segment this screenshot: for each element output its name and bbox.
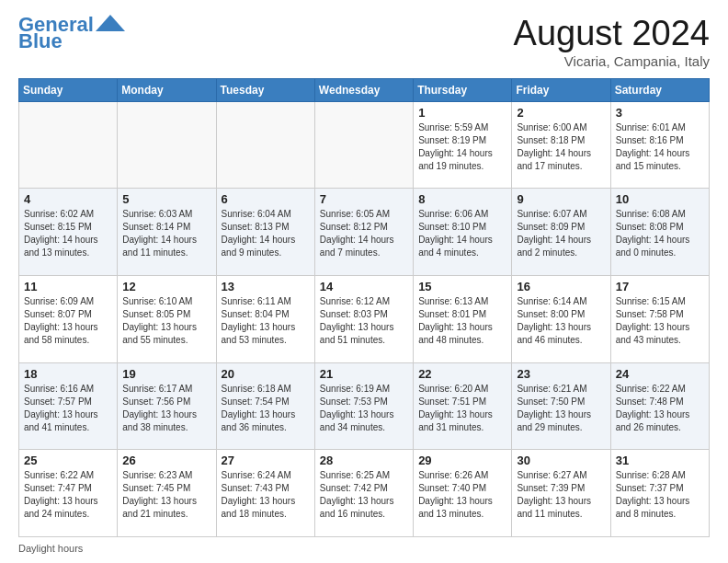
day-number: 18 xyxy=(24,367,112,381)
day-cell: 30Sunrise: 6:27 AMSunset: 7:39 PMDayligh… xyxy=(512,450,610,537)
day-cell xyxy=(19,101,118,189)
day-cell: 18Sunrise: 6:16 AMSunset: 7:57 PMDayligh… xyxy=(19,362,118,450)
day-info: Sunrise: 6:17 AMSunset: 7:56 PMDaylight:… xyxy=(122,383,210,434)
day-info: Sunrise: 6:14 AMSunset: 8:00 PMDaylight:… xyxy=(517,295,605,347)
day-info: Sunrise: 6:06 AMSunset: 8:10 PMDaylight:… xyxy=(418,208,506,259)
header: General Blue August 2024 Vicaria, Campan… xyxy=(18,15,710,69)
day-info: Sunrise: 6:03 AMSunset: 8:14 PMDaylight:… xyxy=(122,208,210,259)
day-number: 17 xyxy=(616,280,704,293)
day-info: Sunrise: 6:19 AMSunset: 7:53 PMDaylight:… xyxy=(320,383,408,434)
day-cell: 10Sunrise: 6:08 AMSunset: 8:08 PMDayligh… xyxy=(610,189,709,276)
day-cell: 23Sunrise: 6:21 AMSunset: 7:50 PMDayligh… xyxy=(512,362,610,450)
day-number: 12 xyxy=(122,280,210,293)
day-info: Sunrise: 6:07 AMSunset: 8:09 PMDaylight:… xyxy=(517,208,605,259)
day-cell: 29Sunrise: 6:26 AMSunset: 7:40 PMDayligh… xyxy=(414,450,512,537)
day-number: 16 xyxy=(517,280,605,293)
day-info: Sunrise: 6:20 AMSunset: 7:51 PMDaylight:… xyxy=(418,383,506,434)
logo: General Blue xyxy=(18,15,125,52)
calendar-header-row: SundayMondayTuesdayWednesdayThursdayFrid… xyxy=(19,78,710,101)
day-info: Sunrise: 6:13 AMSunset: 8:01 PMDaylight:… xyxy=(418,295,506,347)
day-number: 8 xyxy=(418,192,506,206)
day-cell: 9Sunrise: 6:07 AMSunset: 8:09 PMDaylight… xyxy=(512,189,610,276)
day-info: Sunrise: 6:15 AMSunset: 7:58 PMDaylight:… xyxy=(616,295,704,347)
day-cell: 25Sunrise: 6:22 AMSunset: 7:47 PMDayligh… xyxy=(19,450,118,537)
day-number: 3 xyxy=(616,106,704,120)
day-info: Sunrise: 6:00 AMSunset: 8:18 PMDaylight:… xyxy=(517,121,605,173)
day-number: 6 xyxy=(222,192,310,206)
location: Vicaria, Campania, Italy xyxy=(514,53,710,69)
day-number: 9 xyxy=(517,192,605,206)
day-number: 26 xyxy=(122,454,210,467)
day-info: Sunrise: 6:23 AMSunset: 7:45 PMDaylight:… xyxy=(122,469,210,521)
day-cell: 2Sunrise: 6:00 AMSunset: 8:18 PMDaylight… xyxy=(512,101,610,189)
day-info: Sunrise: 6:10 AMSunset: 8:05 PMDaylight:… xyxy=(122,295,210,347)
day-cell: 16Sunrise: 6:14 AMSunset: 8:00 PMDayligh… xyxy=(512,276,610,363)
day-number: 24 xyxy=(616,367,704,381)
day-cell: 20Sunrise: 6:18 AMSunset: 7:54 PMDayligh… xyxy=(216,362,314,450)
week-row-0: 1Sunrise: 5:59 AMSunset: 8:19 PMDaylight… xyxy=(19,101,710,189)
page: General Blue August 2024 Vicaria, Campan… xyxy=(0,0,728,563)
day-cell: 11Sunrise: 6:09 AMSunset: 8:07 PMDayligh… xyxy=(19,276,118,363)
day-number: 14 xyxy=(320,280,408,293)
day-info: Sunrise: 6:08 AMSunset: 8:08 PMDaylight:… xyxy=(616,208,704,259)
day-cell: 4Sunrise: 6:02 AMSunset: 8:15 PMDaylight… xyxy=(19,189,118,276)
day-info: Sunrise: 6:05 AMSunset: 8:12 PMDaylight:… xyxy=(320,208,408,259)
day-number: 4 xyxy=(24,192,112,206)
day-number: 2 xyxy=(517,106,605,120)
day-info: Sunrise: 6:01 AMSunset: 8:16 PMDaylight:… xyxy=(616,121,704,173)
day-cell: 22Sunrise: 6:20 AMSunset: 7:51 PMDayligh… xyxy=(414,362,512,450)
day-number: 29 xyxy=(418,454,506,467)
day-cell: 7Sunrise: 6:05 AMSunset: 8:12 PMDaylight… xyxy=(314,189,413,276)
day-number: 19 xyxy=(122,367,210,381)
col-header-sunday: Sunday xyxy=(19,78,118,101)
day-cell: 13Sunrise: 6:11 AMSunset: 8:04 PMDayligh… xyxy=(216,276,314,363)
daylight-label: Daylight hours xyxy=(18,543,83,554)
day-info: Sunrise: 6:21 AMSunset: 7:50 PMDaylight:… xyxy=(517,383,605,434)
day-info: Sunrise: 6:04 AMSunset: 8:13 PMDaylight:… xyxy=(222,208,310,259)
day-cell: 12Sunrise: 6:10 AMSunset: 8:05 PMDayligh… xyxy=(118,276,216,363)
week-row-3: 18Sunrise: 6:16 AMSunset: 7:57 PMDayligh… xyxy=(19,362,710,450)
day-cell: 28Sunrise: 6:25 AMSunset: 7:42 PMDayligh… xyxy=(314,450,413,537)
day-info: Sunrise: 6:28 AMSunset: 7:37 PMDaylight:… xyxy=(616,469,704,521)
col-header-monday: Monday xyxy=(118,78,216,101)
day-cell: 24Sunrise: 6:22 AMSunset: 7:48 PMDayligh… xyxy=(610,362,709,450)
day-number: 31 xyxy=(616,454,704,467)
day-number: 30 xyxy=(517,454,605,467)
title-block: August 2024 Vicaria, Campania, Italy xyxy=(514,15,710,69)
day-info: Sunrise: 6:16 AMSunset: 7:57 PMDaylight:… xyxy=(24,383,112,434)
calendar-table: SundayMondayTuesdayWednesdayThursdayFrid… xyxy=(18,78,710,537)
day-number: 1 xyxy=(418,106,506,120)
day-info: Sunrise: 6:22 AMSunset: 7:47 PMDaylight:… xyxy=(24,469,112,521)
day-info: Sunrise: 6:24 AMSunset: 7:43 PMDaylight:… xyxy=(222,469,310,521)
day-info: Sunrise: 6:02 AMSunset: 8:15 PMDaylight:… xyxy=(24,208,112,259)
day-info: Sunrise: 6:22 AMSunset: 7:48 PMDaylight:… xyxy=(616,383,704,434)
day-number: 22 xyxy=(418,367,506,381)
day-cell: 21Sunrise: 6:19 AMSunset: 7:53 PMDayligh… xyxy=(314,362,413,450)
day-cell: 31Sunrise: 6:28 AMSunset: 7:37 PMDayligh… xyxy=(610,450,709,537)
day-cell: 1Sunrise: 5:59 AMSunset: 8:19 PMDaylight… xyxy=(414,101,512,189)
day-number: 23 xyxy=(517,367,605,381)
day-cell xyxy=(314,101,413,189)
week-row-2: 11Sunrise: 6:09 AMSunset: 8:07 PMDayligh… xyxy=(19,276,710,363)
col-header-saturday: Saturday xyxy=(610,78,709,101)
svg-marker-0 xyxy=(96,15,125,31)
month-title: August 2024 xyxy=(514,15,710,53)
calendar: SundayMondayTuesdayWednesdayThursdayFrid… xyxy=(18,78,710,537)
day-info: Sunrise: 6:11 AMSunset: 8:04 PMDaylight:… xyxy=(222,295,310,347)
day-cell: 19Sunrise: 6:17 AMSunset: 7:56 PMDayligh… xyxy=(118,362,216,450)
day-info: Sunrise: 6:18 AMSunset: 7:54 PMDaylight:… xyxy=(222,383,310,434)
day-cell: 14Sunrise: 6:12 AMSunset: 8:03 PMDayligh… xyxy=(314,276,413,363)
day-info: Sunrise: 5:59 AMSunset: 8:19 PMDaylight:… xyxy=(418,121,506,173)
footer: Daylight hours xyxy=(18,543,710,554)
day-number: 7 xyxy=(320,192,408,206)
day-number: 21 xyxy=(320,367,408,381)
day-number: 13 xyxy=(222,280,310,293)
logo-icon xyxy=(96,13,125,33)
day-cell: 6Sunrise: 6:04 AMSunset: 8:13 PMDaylight… xyxy=(216,189,314,276)
day-info: Sunrise: 6:26 AMSunset: 7:40 PMDaylight:… xyxy=(418,469,506,521)
col-header-tuesday: Tuesday xyxy=(216,78,314,101)
day-number: 27 xyxy=(222,454,310,467)
day-cell: 3Sunrise: 6:01 AMSunset: 8:16 PMDaylight… xyxy=(610,101,709,189)
day-cell: 27Sunrise: 6:24 AMSunset: 7:43 PMDayligh… xyxy=(216,450,314,537)
day-number: 11 xyxy=(24,280,112,293)
